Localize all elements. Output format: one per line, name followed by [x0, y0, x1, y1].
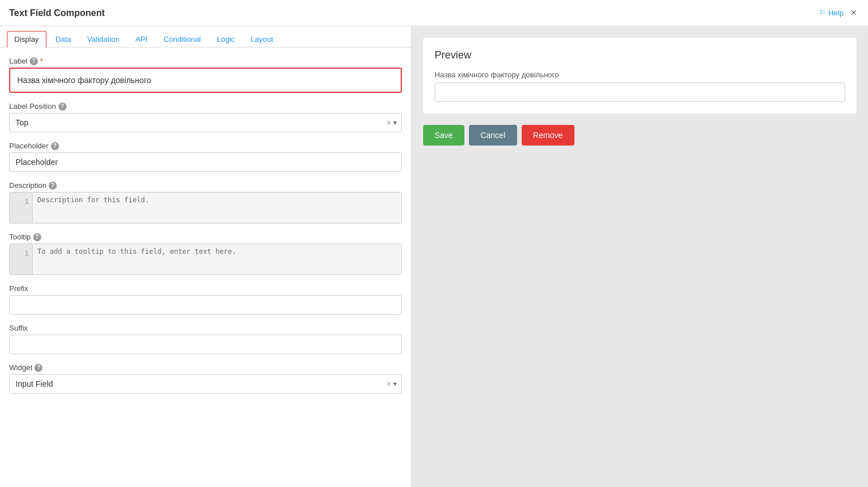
preview-field-label: Назва хімічного фактору довільного [435, 70, 845, 79]
label-field-label: Label ? * [9, 57, 402, 65]
tab-bar: Display Data Validation API Conditional … [0, 26, 411, 48]
right-panel: Preview Назва хімічного фактору довільно… [412, 26, 868, 487]
select-clear-icon[interactable]: × [386, 118, 391, 127]
description-gutter: 1 [10, 193, 33, 223]
widget-select[interactable]: Input Field × ▾ [9, 374, 402, 394]
help-link[interactable]: ⚐ Help [819, 9, 844, 17]
placeholder-help-icon[interactable]: ? [51, 142, 59, 150]
select-actions: × ▾ [386, 118, 401, 127]
description-label: Description ? [9, 181, 402, 190]
tooltip-editor[interactable]: 1 To add a tooltip to this field, enter … [9, 244, 402, 275]
preview-input[interactable] [435, 83, 845, 102]
label-position-select[interactable]: Top × ▾ [9, 113, 402, 132]
label-position-help-icon[interactable]: ? [58, 103, 67, 111]
modal-header: Text Field Component ⚐ Help × [0, 0, 868, 26]
select-arrow-icon[interactable]: ▾ [393, 119, 397, 127]
suffix-label: Suffix [9, 324, 402, 332]
prefix-label: Prefix [9, 284, 402, 293]
tab-layout[interactable]: Layout [244, 32, 280, 47]
widget-value: Input Field [10, 375, 386, 393]
tooltip-content[interactable]: To add a tooltip to this field, enter te… [33, 244, 401, 274]
tab-api[interactable]: API [128, 32, 154, 47]
label-position-group: Label Position ? Top × ▾ [9, 102, 402, 132]
label-input-wrapper [9, 68, 402, 93]
tooltip-gutter: 1 [10, 244, 33, 274]
tooltip-label: Tooltip ? [9, 233, 402, 241]
widget-arrow-icon[interactable]: ▾ [393, 380, 397, 388]
tab-logic[interactable]: Logic [210, 32, 241, 47]
description-editor[interactable]: 1 Description for this field. [9, 192, 402, 223]
description-help-icon[interactable]: ? [49, 182, 57, 190]
description-content[interactable]: Description for this field. [33, 193, 401, 223]
action-buttons: Save Cancel Remove [423, 125, 857, 152]
placeholder-group: Placeholder ? [9, 142, 402, 172]
remove-button[interactable]: Remove [522, 125, 574, 146]
widget-clear-icon[interactable]: × [386, 379, 391, 388]
tooltip-help-icon[interactable]: ? [33, 233, 41, 241]
prefix-group: Prefix [9, 284, 402, 315]
tooltip-group: Tooltip ? 1 To add a tooltip to this fie… [9, 233, 402, 275]
label-position-value: Top [10, 113, 386, 132]
label-group: Label ? * [9, 57, 402, 93]
cancel-button[interactable]: Cancel [469, 125, 517, 146]
close-button[interactable]: × [848, 7, 859, 19]
preview-title: Preview [435, 49, 845, 61]
description-line-1: 1 [25, 196, 29, 207]
tab-data[interactable]: Data [49, 32, 78, 47]
help-flag-icon: ⚐ [819, 9, 826, 17]
widget-label: Widget ? [9, 363, 402, 372]
suffix-input[interactable] [9, 335, 402, 354]
modal-body: Display Data Validation API Conditional … [0, 26, 868, 487]
prefix-input[interactable] [9, 295, 402, 315]
label-input[interactable] [15, 73, 396, 87]
save-button[interactable]: Save [423, 125, 464, 146]
widget-group: Widget ? Input Field × ▾ [9, 363, 402, 394]
form-section: Label ? * Label Position ? Top × [0, 48, 411, 412]
tab-validation[interactable]: Validation [80, 32, 126, 47]
label-position-label: Label Position ? [9, 102, 402, 111]
suffix-group: Suffix [9, 324, 402, 354]
placeholder-label: Placeholder ? [9, 142, 402, 150]
label-help-icon[interactable]: ? [30, 57, 38, 65]
tab-conditional[interactable]: Conditional [157, 32, 208, 47]
required-star: * [40, 57, 43, 65]
tab-display[interactable]: Display [7, 31, 46, 48]
widget-help-icon[interactable]: ? [34, 364, 42, 372]
placeholder-input[interactable] [9, 152, 402, 172]
widget-select-actions: × ▾ [386, 379, 401, 388]
tooltip-line-1: 1 [25, 248, 29, 259]
header-actions: ⚐ Help × [819, 7, 859, 19]
description-group: Description ? 1 Description for this fie… [9, 181, 402, 223]
modal-title: Text Field Component [9, 8, 105, 18]
preview-box: Preview Назва хімічного фактору довільно… [423, 38, 857, 113]
left-panel: Display Data Validation API Conditional … [0, 26, 412, 487]
